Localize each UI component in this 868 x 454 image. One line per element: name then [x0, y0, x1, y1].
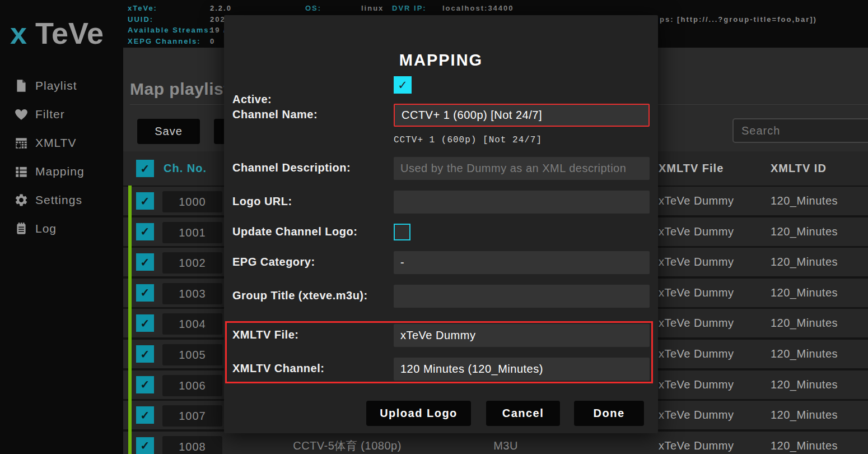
page-title: Map playlist: [130, 80, 230, 99]
sidebar-item-mapping[interactable]: Mapping: [0, 157, 123, 186]
info-label-dvrip: DVR IP:: [392, 4, 427, 12]
logo-url-input[interactable]: [394, 191, 650, 214]
xmltv-file-label: XMLTV File:: [232, 328, 298, 341]
row-checkbox[interactable]: ✓: [136, 314, 154, 332]
app-root: xTeVe: 2.2.0 UUID: 2024 Available Stream…: [0, 0, 868, 454]
channel-number-input[interactable]: 1006: [162, 375, 222, 396]
xmltv-file-cell: xTeVe Dummy: [659, 217, 734, 246]
row-checkbox[interactable]: ✓: [136, 253, 154, 271]
row-checkbox[interactable]: ✓: [136, 284, 154, 302]
channel-number-input[interactable]: 1008: [162, 436, 222, 454]
check-icon: ✓: [141, 163, 150, 174]
select-all-checkbox[interactable]: ✓: [136, 160, 154, 177]
xmltv-file-cell: xTeVe Dummy: [659, 279, 734, 307]
channel-name-cell: CCTV-5体育 (1080p): [235, 432, 459, 454]
url-hint-fragment: ps: [http://...?group-title=foo,bar]): [660, 15, 817, 24]
column-header-xmltv-file[interactable]: XMLTV File: [659, 151, 724, 186]
xmltv-file-cell: xTeVe Dummy: [659, 432, 734, 454]
info-value-os: linux: [361, 4, 384, 12]
channel-number-input[interactable]: 1007: [162, 405, 222, 427]
check-icon: ✓: [141, 196, 150, 207]
heart-icon: [14, 107, 29, 122]
group-title-input[interactable]: [394, 285, 650, 308]
update-logo-label: Update Channel Logo:: [232, 225, 357, 238]
channel-number-input[interactable]: 1000: [162, 191, 222, 212]
row-checkbox[interactable]: ✓: [136, 437, 154, 454]
channel-number-input[interactable]: 1005: [162, 344, 222, 365]
channel-description-input[interactable]: [394, 157, 650, 180]
logo-url-label: Logo URL:: [232, 195, 292, 208]
check-icon: ✓: [141, 287, 150, 298]
done-button[interactable]: Done: [574, 401, 644, 426]
column-header-ch-no[interactable]: Ch. No.: [164, 151, 207, 186]
xmltv-id-cell: 120_Minutes: [771, 279, 838, 307]
check-icon: ✓: [141, 318, 150, 329]
list-icon: [14, 164, 29, 179]
channel-name-label: Channel Name:: [232, 108, 318, 121]
xmltv-id-cell: 120_Minutes: [771, 432, 838, 454]
info-label-xepg: XEPG Channels:: [128, 37, 201, 45]
xmltv-file-select[interactable]: xTeVe Dummy: [394, 324, 650, 347]
cancel-button[interactable]: Cancel: [486, 401, 560, 426]
xmltv-channel-label: XMLTV Channel:: [232, 362, 324, 375]
xmltv-file-cell: xTeVe Dummy: [659, 248, 734, 276]
info-label-streams: Available Streams:: [128, 26, 213, 34]
epg-category-label: EPG Category:: [232, 256, 315, 268]
channel-number-input[interactable]: 1003: [162, 283, 222, 304]
table-row[interactable]: ✓ 1008 CCTV-5体育 (1080p) M3U xTeVe Dummy …: [123, 432, 868, 454]
mapping-modal: MAPPING Active: ✓ Channel Name: CCTV+ 1 …: [224, 15, 658, 433]
xmltv-file-cell: xTeVe Dummy: [659, 340, 734, 368]
check-icon: ✓: [141, 226, 150, 237]
check-icon: ✓: [141, 379, 150, 390]
update-logo-checkbox[interactable]: [394, 224, 410, 240]
xmltv-id-cell: 120_Minutes: [771, 248, 838, 276]
xmltv-id-cell: 120_Minutes: [771, 309, 838, 337]
logo-teve: TeVe: [27, 16, 104, 50]
modal-title: MAPPING: [224, 51, 658, 70]
info-label-uuid: UUID:: [128, 15, 153, 24]
save-button[interactable]: Save: [137, 119, 200, 144]
channel-name-preview: CCTV+ 1 (600p) [Not 24/7]: [394, 135, 542, 145]
row-checkbox[interactable]: ✓: [136, 376, 154, 393]
channel-number-input[interactable]: 1001: [162, 222, 222, 243]
info-label-os: OS:: [305, 4, 321, 12]
search-input[interactable]: [732, 118, 868, 143]
log-icon: [14, 221, 29, 236]
info-value-xepg: 0: [210, 37, 215, 45]
row-checkbox[interactable]: ✓: [136, 192, 154, 210]
check-icon: ✓: [141, 349, 150, 360]
xmltv-channel-select[interactable]: 120 Minutes (120_Minutes): [394, 358, 650, 381]
row-checkbox[interactable]: ✓: [136, 406, 154, 424]
info-value-dvrip: localhost:34400: [442, 4, 514, 12]
upload-logo-button[interactable]: Upload Logo: [366, 401, 471, 426]
channel-number-input[interactable]: 1002: [162, 252, 222, 274]
active-checkbox[interactable]: ✓: [394, 76, 412, 94]
sidebar-item-filter[interactable]: Filter: [0, 100, 123, 128]
sidebar-item-label: Playlist: [35, 79, 77, 92]
document-icon: [14, 78, 29, 93]
playlist-type-cell: M3U: [459, 432, 552, 454]
xmltv-id-cell: 120_Minutes: [771, 401, 838, 429]
sidebar-item-label: Filter: [35, 108, 65, 121]
column-header-xmltv-id[interactable]: XMLTV ID: [771, 151, 827, 186]
sidebar-item-xmltv[interactable]: XMLTV: [0, 128, 123, 157]
logo-x: x: [10, 16, 27, 50]
info-value-xteve: 2.2.0: [210, 4, 232, 12]
sidebar-item-log[interactable]: Log: [0, 214, 123, 243]
row-checkbox[interactable]: ✓: [136, 345, 154, 363]
xmltv-id-cell: 120_Minutes: [771, 370, 838, 399]
xmltv-id-cell: 120_Minutes: [771, 217, 838, 246]
sidebar-item-playlist[interactable]: Playlist: [0, 71, 123, 100]
group-title-label: Group Title (xteve.m3u):: [232, 289, 368, 302]
sidebar-item-settings[interactable]: Settings: [0, 186, 123, 214]
xmltv-file-cell: xTeVe Dummy: [659, 370, 734, 399]
xmltv-id-cell: 120_Minutes: [771, 340, 838, 368]
sidebar-item-label: Log: [35, 222, 57, 235]
epg-category-select[interactable]: -: [394, 251, 650, 274]
active-label: Active:: [232, 93, 272, 106]
calendar-grid-icon: [14, 136, 29, 150]
check-icon: ✓: [398, 79, 408, 91]
channel-number-input[interactable]: 1004: [162, 313, 222, 335]
row-checkbox[interactable]: ✓: [136, 223, 154, 240]
channel-name-input[interactable]: [394, 104, 650, 127]
